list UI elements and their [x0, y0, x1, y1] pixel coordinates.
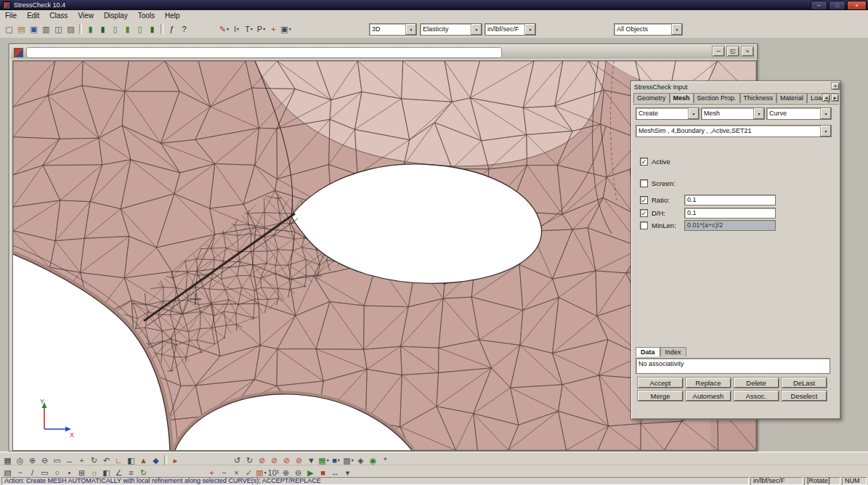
child-close-button[interactable]: × [741, 46, 754, 57]
tab-section-prop[interactable]: Section Prop. [694, 93, 740, 103]
tab-scroll-left-button[interactable]: ◄ [822, 94, 830, 102]
chevron-down-icon[interactable]: ▼ [471, 24, 482, 35]
dh-input[interactable]: 0.1 [684, 208, 776, 219]
delast-button[interactable]: DeLast [781, 377, 827, 388]
point-display-icon[interactable]: P▾ [255, 23, 267, 35]
attach-notes-icon[interactable]: ▯ [134, 23, 146, 35]
text-display-icon[interactable]: T▾ [243, 23, 255, 35]
stresscheck-input-dialog: StressCheck Input × GeometryMeshSection … [630, 81, 841, 420]
object-dropdown-value: Mesh [702, 108, 753, 119]
ratio-checkbox[interactable]: ✓ [640, 196, 648, 204]
pen-color-icon[interactable]: ✎▾ [218, 23, 230, 35]
paste-icon[interactable]: ▨ [65, 23, 77, 35]
active-checkbox-label: Active [652, 158, 670, 166]
dialog-titlebar[interactable]: StressCheck Input [633, 82, 839, 91]
new-model-icon[interactable]: ▢ [3, 23, 15, 35]
minlen-input[interactable]: 0.01*(a+c)/2 [684, 220, 776, 231]
units-dropdown[interactable]: in/lbf/sec/F ▼ [484, 23, 536, 36]
dialog-close-button[interactable]: × [831, 82, 840, 90]
edit-toolbar: ▧~/▭○•⊞☼◧∠≡↻ +−×✓▥▾10¹⊕⊖▶■↔▾ [0, 465, 868, 477]
chevron-down-icon[interactable]: ▼ [405, 24, 416, 35]
view-toolbar: ▦◎⊕⊖▭↔+↻↶∟◧▲◆▸ ↺↻⊘⊘⊘⊘▼▦▾■▾▩▾◈◉* [0, 452, 868, 465]
menubar: File Edit Class View Display Tools Help [0, 10, 868, 22]
menu-class[interactable]: Class [44, 11, 73, 20]
deselect-button[interactable]: Deselect [781, 390, 827, 402]
formula-editor-icon[interactable]: ƒ [166, 23, 178, 35]
statusbar: Action: Create MESH AUTOMATICALLY with l… [0, 476, 868, 485]
selection-dropdown-value: Curve [767, 108, 820, 119]
window-title: StressCheck 10.4 [14, 1, 811, 9]
display-style-icon[interactable]: I▾ [230, 23, 243, 35]
import-file-icon[interactable]: ▯ [109, 23, 121, 35]
model-window-titlebar[interactable] [11, 46, 755, 59]
tab-index[interactable]: Index [660, 347, 686, 356]
marker-plus-icon[interactable]: + [267, 23, 280, 35]
assoc-button[interactable]: Assoc. [733, 390, 779, 402]
tab-material[interactable]: Material [776, 93, 807, 103]
close-button[interactable]: × [847, 1, 867, 10]
accept-button[interactable]: Accept [637, 377, 684, 388]
menu-file[interactable]: File [0, 11, 22, 20]
replace-button[interactable]: Replace [685, 377, 731, 388]
theory-dropdown[interactable]: Elasticity ▼ [420, 23, 482, 36]
screen-checkbox[interactable] [640, 179, 648, 187]
record-dropdown-value: MeshSim , 4,Boundary , ,Active,SET21 [636, 126, 820, 136]
print-icon[interactable]: ▥ [40, 23, 52, 35]
minlen-checkbox[interactable] [640, 221, 648, 229]
save-database-icon[interactable]: ▮ [97, 23, 109, 35]
dh-checkbox-label: D/H: [652, 209, 665, 217]
tab-geometry[interactable]: Geometry [633, 93, 670, 103]
toolbar-separator [79, 24, 82, 34]
dialog-tab-strip: GeometryMeshSection Prop.ThicknessMateri… [633, 93, 839, 105]
chevron-down-icon[interactable]: ▼ [820, 126, 831, 136]
dh-checkbox[interactable]: ✓ [640, 209, 648, 217]
child-restore-button[interactable]: ◱ [726, 46, 739, 57]
open-model-icon[interactable]: ▤ [15, 23, 28, 35]
object-dropdown[interactable]: Mesh ▼ [701, 107, 765, 120]
child-minimize-button[interactable]: ─ [712, 46, 725, 57]
model-info-icon[interactable]: ▮ [146, 23, 158, 35]
save-model-icon[interactable]: ▣ [28, 23, 40, 35]
maximize-button[interactable]: □ [829, 1, 845, 10]
selection-dropdown[interactable]: Curve ▼ [766, 107, 832, 120]
chevron-down-icon[interactable]: ▼ [524, 24, 535, 35]
associativity-list[interactable]: No associativity [636, 358, 830, 374]
automesh-button[interactable]: Automesh [685, 390, 731, 402]
menu-edit[interactable]: Edit [22, 11, 44, 20]
tab-thickness[interactable]: Thickness [740, 93, 777, 103]
minlen-checkbox-label: MinLen: [652, 221, 676, 229]
context-help-icon[interactable]: ? [178, 23, 190, 35]
dimension-dropdown[interactable]: 3D ▼ [369, 23, 417, 36]
chevron-down-icon[interactable]: ▼ [753, 108, 764, 119]
chevron-down-icon[interactable]: ▼ [820, 108, 831, 119]
minimize-button[interactable]: ─ [811, 1, 827, 10]
chevron-down-icon[interactable]: ▼ [688, 108, 699, 119]
open-database-icon[interactable]: ▮ [84, 23, 97, 35]
tab-mesh[interactable]: Mesh [670, 93, 694, 103]
menu-tools[interactable]: Tools [133, 11, 160, 20]
chevron-down-icon[interactable]: ▼ [671, 24, 682, 35]
chevron-down-icon: ▾ [289, 23, 291, 35]
delete-button[interactable]: Delete [733, 377, 779, 388]
status-units: in/lbf/sec/F [750, 477, 803, 485]
copy-image-icon[interactable]: ◫ [52, 23, 65, 35]
active-checkbox[interactable]: ✓ [640, 158, 648, 166]
merge-button[interactable]: Merge [637, 390, 684, 402]
screen-checkbox-label: Screen: [652, 179, 676, 187]
units-dropdown-value: in/lbf/sec/F [485, 24, 524, 35]
menu-help[interactable]: Help [160, 11, 185, 20]
ratio-input[interactable]: 0.1 [684, 195, 776, 205]
objects-dropdown[interactable]: All Objects ▼ [614, 23, 683, 36]
stresscheck-icon [14, 48, 23, 57]
titlebar: StressCheck 10.4 ─ □ × [0, 0, 868, 10]
method-dropdown[interactable]: Create ▼ [636, 107, 699, 120]
menu-view[interactable]: View [73, 11, 99, 20]
tab-scroll-right-button[interactable]: ► [831, 94, 839, 102]
tab-data[interactable]: Data [636, 347, 660, 356]
menu-display[interactable]: Display [99, 11, 133, 20]
theory-dropdown-value: Elasticity [421, 24, 471, 35]
record-dropdown[interactable]: MeshSim , 4,Boundary , ,Active,SET21 ▼ [636, 125, 832, 137]
dimension-dropdown-value: 3D [370, 24, 405, 35]
export-file-icon[interactable]: ▮ [121, 23, 134, 35]
capture-icon[interactable]: ▣▾ [280, 23, 292, 35]
